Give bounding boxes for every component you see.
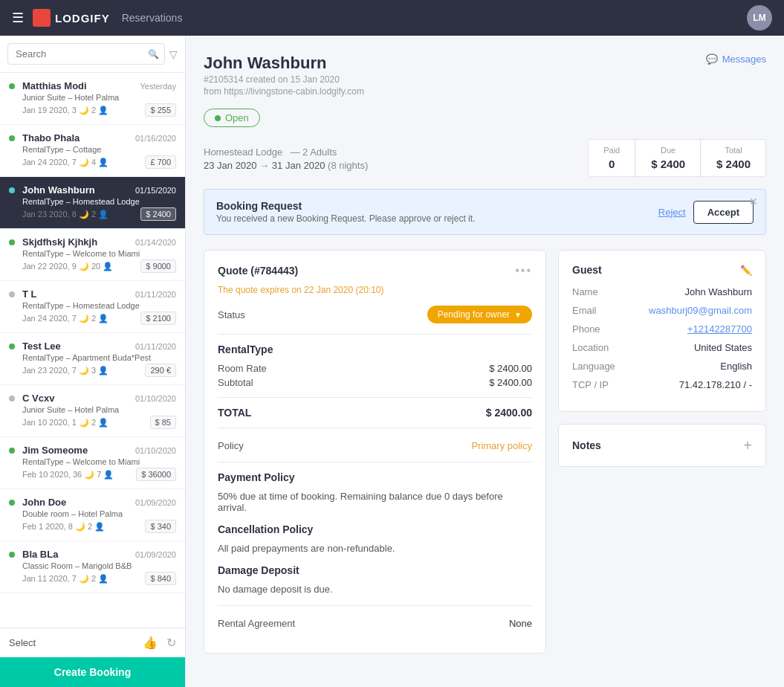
list-item[interactable]: Test Lee 01/11/2020 RentalType – Apartme… [0,333,185,385]
room-rate-value: $ 2400.00 [489,363,532,374]
due-box: Due $ 2400 [636,140,701,176]
payment-policy-desc: 50% due at time of booking. Remaining ba… [218,491,532,513]
guest-info: John Washburn #2105314 created on 15 Jan… [204,54,364,97]
guest-phone-row: Phone +12142287700 [572,323,752,335]
search-icon: 🔍 [148,49,159,59]
logo-text: LODGIFY [55,12,110,25]
quote-card-header: Quote (#784443) ••• [218,264,532,277]
subtotal-label: Subtotal [218,377,253,388]
search-area: 🔍 ▽ [0,36,185,73]
guest-card-title: Guest [572,264,602,276]
guest-name-value: John Washburn [684,286,752,297]
sidebar-bottom: Select 👍 ↻ [0,628,185,657]
booking-meta: #2105314 created on 15 Jan 2020 [204,74,364,85]
status-dot [9,135,15,141]
guest-phone-value[interactable]: +12142287700 [687,323,752,335]
property-name: Homestead Lodge — 2 Adults [204,145,368,158]
email-field-label: Email [572,305,597,316]
guest-email-row: Email washburj09@gmail.com [572,305,752,316]
total-value: $ 2400.00 [486,407,532,419]
list-item[interactable]: C Vcxv 01/10/2020 Junior Suite – Hotel P… [0,385,185,437]
room-rate-row: Room Rate $ 2400.00 [218,363,532,374]
rental-type-title: RentalType [218,344,532,355]
alert-title: Booking Request [216,200,475,212]
subtotal-value: $ 2400.00 [489,377,532,388]
guest-language-row: Language English [572,361,752,372]
status-dot [215,115,221,121]
list-item[interactable]: John Washburn 01/15/2020 RentalType – Ho… [0,177,185,229]
pending-caret-icon: ▼ [514,311,522,319]
hamburger-icon[interactable]: ☰ [12,10,24,26]
left-column: Quote (#784443) ••• The quote expires on… [204,250,546,665]
status-dot [9,239,15,245]
status-text: Open [225,112,249,123]
alert-actions: Reject Accept [658,201,754,224]
status-row: Status Pending for owner ▼ [218,306,532,323]
status-dot [9,187,15,193]
name-field-label: Name [572,286,598,297]
policy-value[interactable]: Primary policy [471,440,532,451]
notes-card-header: Notes + [572,438,752,453]
list-item[interactable]: Skjdfhskj Kjhkjh 01/14/2020 RentalType –… [0,229,185,281]
list-item[interactable]: Matthias Modi Yesterday Junior Suite – H… [0,73,185,125]
search-input[interactable] [7,43,165,65]
guest-card-header: Guest ✏️ [572,264,752,276]
guest-location-value: United States [694,342,752,353]
due-value: $ 2400 [651,158,685,170]
subtotal-row: Subtotal $ 2400.00 [218,377,532,388]
booking-id: #2105314 [204,74,243,85]
rental-agreement-label: Rental Agreement [218,618,295,629]
filter-icon[interactable]: ▽ [169,48,178,60]
total-row: TOTAL $ 2400.00 [218,407,532,419]
notes-card: Notes + [558,424,766,467]
status-dot [9,552,15,558]
room-rate-label: Room Rate [218,363,267,374]
guest-tcpip-value: 71.42.178.210 / - [679,379,752,390]
rental-agreement-value: None [509,618,532,629]
status-field-label: Status [218,309,245,320]
list-item[interactable]: Jim Someome 01/10/2020 RentalType – Welc… [0,437,185,489]
message-icon: 💬 [706,54,718,65]
policy-row: Policy Primary policy [218,437,532,451]
summary-boxes: Paid 0 Due $ 2400 Total $ 2400 [588,139,766,177]
create-booking-button[interactable]: Create Booking [0,657,185,687]
guest-card: Guest ✏️ Name John Washburn Email washbu… [558,250,766,412]
select-label: Select [9,637,36,648]
guest-email-value[interactable]: washburj09@gmail.com [649,305,752,316]
avatar[interactable]: LM [747,5,772,30]
alert-close-icon[interactable]: ✕ [749,196,758,207]
pending-badge[interactable]: Pending for owner ▼ [427,306,532,323]
status-badge: Open [204,109,260,127]
accept-button[interactable]: Accept [693,201,754,224]
messages-button[interactable]: 💬 Messages [706,54,766,65]
thumbs-up-icon[interactable]: 👍 [143,636,158,650]
logo-icon [33,9,51,27]
page-title: Reservations [122,12,183,24]
language-field-label: Language [572,361,615,372]
cancellation-policy-desc: All paid prepayments are non-refundable. [218,543,532,554]
add-note-button[interactable]: + [743,438,752,453]
total-label: TOTAL [218,407,251,419]
list-item[interactable]: John Doe 01/09/2020 Double room – Hotel … [0,489,185,541]
damage-deposit-title: Damage Deposit [218,564,532,576]
guest-language-value: English [720,361,752,372]
reject-button[interactable]: Reject [658,207,686,218]
edit-icon[interactable]: ✏️ [740,265,752,276]
paid-label: Paid [603,146,620,155]
status-dot [9,500,15,506]
list-item[interactable]: T L 01/11/2020 RentalType – Homestead Lo… [0,281,185,333]
more-options-icon[interactable]: ••• [515,264,532,277]
main-layout: 🔍 ▽ Matthias Modi Yesterday Junior Suite… [0,36,784,687]
bottom-icons: 👍 ↻ [143,636,176,650]
alert-content: Booking Request You received a new Booki… [216,200,475,224]
refresh-icon[interactable]: ↻ [166,636,176,650]
list-item[interactable]: Thabo Phala 01/16/2020 RentalType – Cott… [0,125,185,177]
booking-summary: Homestead Lodge — 2 Adults 23 Jan 2020 →… [204,139,766,177]
logo: LODGIFY [33,9,110,27]
status-dot [9,344,15,349]
guest-name-row: Name John Washburn [572,286,752,297]
payment-policy-title: Payment Policy [218,471,532,483]
list-item[interactable]: Bla BLa 01/09/2020 Classic Room – Marigo… [0,541,185,593]
status-badge-area: Open [204,109,766,139]
status-dot [9,291,15,297]
